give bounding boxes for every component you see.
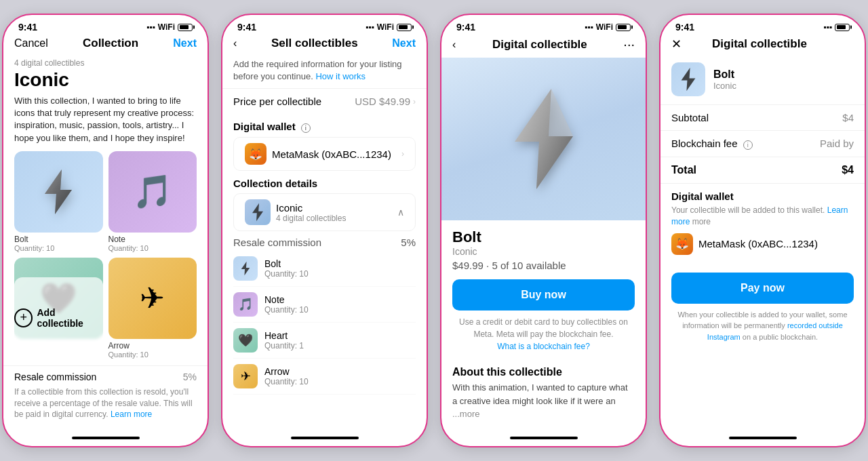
home-bar-4 bbox=[729, 437, 797, 439]
more-link-3[interactable]: ...more bbox=[452, 409, 479, 419]
nav-title-1: Collection bbox=[83, 37, 138, 50]
items-list-2: Bolt Quantity: 10 🎵 Note Quantity: 10 🖤 … bbox=[222, 251, 427, 395]
bolt-3d-icon bbox=[507, 85, 581, 193]
collection-info-2: Iconic 4 digital collectibles bbox=[276, 202, 346, 223]
about-desc-3: With this animation, I wanted to capture… bbox=[441, 381, 646, 421]
nft-price-3: $49.99 · 5 of 10 available bbox=[452, 260, 635, 271]
nft-name-4: Bolt bbox=[713, 68, 736, 81]
resale-value-1: 5% bbox=[183, 372, 197, 382]
how-it-works-link[interactable]: How it works bbox=[315, 71, 366, 81]
collection-collapse-icon[interactable]: ∧ bbox=[397, 207, 404, 218]
next-button-1[interactable]: Next bbox=[173, 37, 197, 49]
subtotal-val-4: $4 bbox=[842, 112, 854, 123]
wifi-icon-3: WiFi bbox=[596, 22, 613, 32]
price-row-2[interactable]: Price per collectible USD $49.99 › bbox=[222, 88, 427, 114]
note-qty: Quantity: 10 bbox=[108, 244, 197, 252]
add-collectible-label[interactable]: Add collectible bbox=[37, 307, 102, 329]
total-row-4: Total $4 bbox=[660, 157, 865, 184]
nav-bar-3: ‹ Digital collectible ··· bbox=[441, 35, 646, 58]
resale-row-2: Resale commission 5% bbox=[222, 231, 427, 251]
nft-thumb-4 bbox=[671, 62, 705, 96]
resale-pct-2: 5% bbox=[401, 237, 416, 248]
cancel-button-1[interactable]: Cancel bbox=[14, 37, 48, 49]
collection-icon-2 bbox=[245, 199, 271, 225]
collection-desc-1: With this collection, I wanted to bring … bbox=[3, 95, 208, 151]
arrow-info-2: Arrow Quantity: 10 bbox=[264, 366, 309, 386]
svg-marker-3 bbox=[241, 262, 250, 276]
nav-bar-2: ‹ Sell collectibles Next bbox=[222, 35, 427, 56]
nav-title-3: Digital collectible bbox=[492, 38, 587, 52]
resale-row-1: Resale commission 5% bbox=[3, 365, 208, 385]
blockchain-row-4: Blockchain fee i Paid by bbox=[660, 131, 865, 157]
wallet-title-4: Digital wallet bbox=[671, 191, 854, 202]
phone-2-content: Add the required information for your li… bbox=[222, 56, 427, 433]
status-icons-3: ▪▪▪ WiFi bbox=[585, 22, 631, 32]
arrow-name: Arrow bbox=[108, 341, 197, 350]
credit-note-3: Use a credit or debit card to buy collec… bbox=[452, 316, 635, 353]
phone-3-content: Bolt Iconic $49.99 · 5 of 10 available B… bbox=[441, 58, 646, 433]
wallet-row-2[interactable]: 🦊 MetaMask (0xABC...1234) › bbox=[233, 137, 416, 171]
home-indicator-3 bbox=[441, 433, 646, 446]
phones-container: 9:41 ▪▪▪ WiFi Cancel Collection Next 4 d… bbox=[0, 0, 868, 461]
back-button-3[interactable]: ‹ bbox=[452, 39, 456, 51]
recorded-link-4[interactable]: recorded outside bbox=[787, 321, 843, 329]
phone-1-content: 4 digital collectibles Iconic With this … bbox=[3, 56, 208, 433]
collectible-item-note: 🎵 Note Quantity: 10 bbox=[108, 151, 197, 252]
wallet-info-icon[interactable]: i bbox=[301, 123, 311, 133]
phone-3: 9:41 ▪▪▪ WiFi ‹ Digital collectible ··· bbox=[440, 14, 647, 447]
blockchain-info-icon-4[interactable]: i bbox=[743, 140, 753, 150]
subtotal-row-4: Subtotal $4 bbox=[660, 105, 865, 131]
next-button-2[interactable]: Next bbox=[392, 37, 416, 49]
blockchain-label-4: Blockchain fee i bbox=[671, 138, 753, 150]
blockchain-link-3[interactable]: What is a blockchain fee? bbox=[497, 342, 590, 351]
pay-now-button-4[interactable]: Pay now bbox=[671, 273, 854, 304]
resale-label-1: Resale commission bbox=[14, 372, 96, 382]
more-button-3[interactable]: ··· bbox=[623, 37, 635, 52]
buy-now-button-3[interactable]: Buy now bbox=[452, 279, 635, 310]
battery-icon-2 bbox=[397, 24, 412, 31]
nft-row-4: Bolt Iconic bbox=[660, 57, 865, 105]
status-time-1: 9:41 bbox=[18, 22, 37, 33]
instagram-link-4[interactable]: Instagram bbox=[707, 333, 741, 341]
nft-coll-4: Iconic bbox=[713, 81, 736, 91]
pay-note-4: When your collectible is added to your w… bbox=[660, 309, 865, 343]
bolt-icon-collection bbox=[251, 203, 264, 222]
collectible-item-heart: 🖤 + Add collectible bbox=[14, 258, 103, 359]
subtitle-2: Add the required information for your li… bbox=[222, 56, 427, 88]
svg-marker-7 bbox=[682, 68, 696, 91]
home-indicator-2 bbox=[222, 433, 427, 446]
arrow-qty: Quantity: 10 bbox=[108, 350, 197, 359]
add-circle-icon[interactable]: + bbox=[14, 308, 33, 327]
battery-icon-4 bbox=[835, 24, 850, 31]
price-label-2: Price per collectible bbox=[233, 96, 321, 107]
back-button-2[interactable]: ‹ bbox=[233, 37, 237, 49]
nav-bar-4: ✕ Digital collectible bbox=[660, 35, 865, 57]
wifi-icon-1: WiFi bbox=[158, 22, 175, 32]
total-label-4: Total bbox=[671, 164, 696, 176]
collectible-item-bolt: Bolt Quantity: 10 bbox=[14, 151, 103, 252]
arrow-image: ✈ bbox=[108, 258, 197, 339]
bolt-icon-sm bbox=[41, 168, 75, 216]
status-bar-1: 9:41 ▪▪▪ WiFi bbox=[3, 15, 208, 35]
hero-image-3 bbox=[441, 58, 646, 220]
status-time-4: 9:41 bbox=[675, 22, 694, 33]
wallet-desc-4: Your collectible will be added to this w… bbox=[671, 205, 854, 228]
item-row-note-2: 🎵 Note Quantity: 10 bbox=[233, 287, 416, 323]
heart-icon-2: 🖤 bbox=[233, 328, 258, 353]
svg-marker-5 bbox=[515, 89, 573, 189]
battery-icon-1 bbox=[178, 24, 193, 31]
phone-4-content: Bolt Iconic Subtotal $4 Blockchain fee i… bbox=[660, 57, 865, 433]
arrow-emoji: ✈ bbox=[140, 281, 165, 315]
wallet-name-2: MetaMask (0xABC...1234) bbox=[272, 148, 391, 160]
signal-icon-3: ▪▪▪ bbox=[585, 22, 593, 32]
close-button-4[interactable]: ✕ bbox=[671, 37, 682, 52]
status-bar-4: 9:41 ▪▪▪ bbox=[660, 15, 865, 35]
metamask-icon-4: 🦊 bbox=[671, 233, 693, 255]
bolt-image bbox=[14, 151, 103, 233]
status-icons-2: ▪▪▪ WiFi bbox=[366, 22, 412, 32]
wallet-section-4: Digital wallet Your collectible will be … bbox=[660, 184, 865, 262]
collection-row-2[interactable]: Iconic 4 digital collectibles ∧ bbox=[233, 193, 416, 231]
item-row-arrow-2: ✈ Arrow Quantity: 10 bbox=[233, 359, 416, 395]
status-bar-2: 9:41 ▪▪▪ WiFi bbox=[222, 15, 427, 35]
learn-more-link-1[interactable]: Learn more bbox=[111, 409, 152, 419]
